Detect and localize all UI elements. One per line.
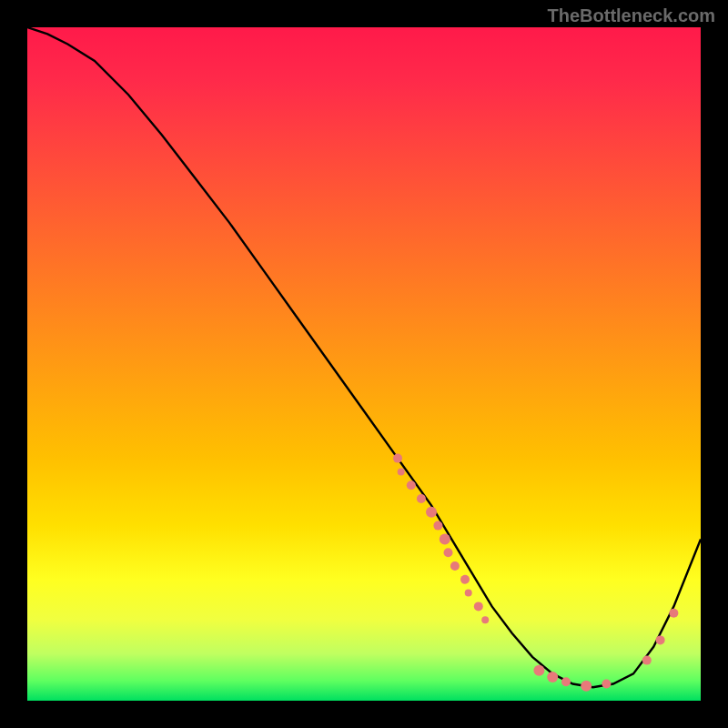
scatter-point	[481, 616, 489, 623]
scatter-point	[417, 494, 426, 503]
watermark-text: TheBottleneck.com	[548, 5, 715, 26]
scatter-point	[581, 681, 592, 692]
scatter-point	[398, 468, 405, 475]
scatter-point	[450, 561, 460, 571]
scatter-point	[393, 454, 402, 463]
scatter-point	[433, 521, 442, 531]
scatter-point	[547, 672, 558, 682]
scatter-point	[561, 677, 571, 686]
scatter-point	[465, 590, 472, 597]
scatter-point	[444, 548, 453, 557]
scatter-point	[656, 635, 665, 644]
scatter-point	[474, 602, 483, 611]
bottleneck-curve	[27, 27, 701, 687]
scatter-point	[407, 480, 416, 490]
scatter-point	[642, 656, 652, 665]
scatter-point	[440, 533, 450, 544]
scatter-point	[460, 575, 470, 584]
scatter-points	[393, 454, 678, 692]
chart-svg	[27, 27, 701, 701]
scatter-point	[533, 665, 544, 676]
scatter-point	[426, 507, 437, 518]
scatter-point	[602, 680, 611, 689]
scatter-point	[669, 609, 678, 618]
chart-plot-area	[27, 27, 701, 701]
